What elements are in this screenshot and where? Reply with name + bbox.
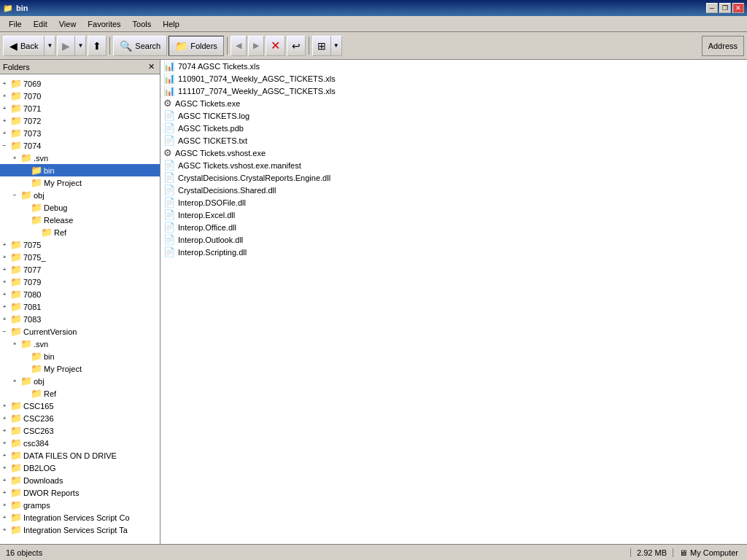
file-list[interactable]: 📊 7074 AGSC Tickets.xls 📊 110901_7074_We…	[160, 60, 747, 544]
file-item[interactable]: 📄 CrystalDecisions.CrystalReports.Engine…	[160, 171, 747, 184]
history-back-button[interactable]: ◀	[231, 36, 247, 56]
tree-item-myproject2[interactable]: 📁 My Project	[0, 362, 160, 375]
statusbar: 16 objects 2.92 MB 🖥 My Computer	[0, 544, 747, 560]
expand-icon: +	[0, 440, 9, 446]
restore-button[interactable]: ❐	[719, 3, 731, 13]
file-item[interactable]: 📄 AGSC TICKETS.txt	[160, 134, 747, 147]
folders-button[interactable]: 📁 Folders	[169, 36, 224, 56]
tree-item-db2log[interactable]: + 📁 DB2LOG	[0, 462, 160, 474]
tree-item-isst[interactable]: + 📁 Integration Services Script Ta	[0, 524, 160, 536]
tree-item-csc236[interactable]: + 📁 CSC236	[0, 412, 160, 424]
tree-item-ref1[interactable]: 📁 Ref	[0, 226, 160, 238]
tree-item-downloads[interactable]: + 📁 Downloads	[0, 474, 160, 486]
tree-item-7074[interactable]: − 📁 7074	[0, 139, 160, 152]
tree-item-csc165[interactable]: + 📁 CSC165	[0, 400, 160, 412]
folders-close-button[interactable]: ✕	[146, 61, 157, 72]
tree-item-label: csc384	[23, 439, 49, 448]
file-item[interactable]: 📄 Interop.Outlook.dll	[160, 233, 747, 246]
back-button[interactable]: ◀ Back	[3, 36, 44, 56]
file-item[interactable]: 📄 Interop.DSOFile.dll	[160, 196, 747, 209]
file-item[interactable]: 📄 Interop.Scripting.dll	[160, 246, 747, 258]
tree-item-issc[interactable]: + 📁 Integration Services Script Co	[0, 511, 160, 524]
file-item[interactable]: 📊 111107_7074_Weekly_AGSC_TICKETS.xls	[160, 85, 747, 97]
menu-help[interactable]: Help	[157, 18, 185, 30]
expand-icon: +	[0, 316, 9, 322]
tree-item-csc384[interactable]: + 📁 csc384	[0, 437, 160, 449]
folder-icon: 📁	[41, 227, 53, 238]
forward-dropdown-icon: ▼	[77, 42, 83, 49]
tree-item-ref2[interactable]: 📁 Ref	[0, 387, 160, 400]
tree-item-7083[interactable]: + 📁 7083	[0, 313, 160, 325]
search-button[interactable]: 🔍 Search	[113, 36, 167, 56]
file-item[interactable]: 📄 CrystalDecisions.Shared.dll	[160, 184, 747, 196]
file-item[interactable]: 📄 Interop.Office.dll	[160, 221, 747, 233]
forward-dropdown[interactable]: ▼	[75, 36, 86, 56]
tree-item-7069[interactable]: + 📁 7069	[0, 77, 160, 90]
menu-favorites[interactable]: Favorites	[82, 18, 126, 30]
tree-item-release1[interactable]: 📁 Release	[0, 214, 160, 226]
tree-item-bin1[interactable]: 📁 bin	[0, 164, 160, 176]
views-dropdown[interactable]: ▼	[331, 36, 342, 56]
up-button[interactable]: ⬆	[88, 36, 107, 56]
file-name: AGSC Tickets.exe	[175, 99, 240, 108]
tree-item-7079[interactable]: + 📁 7079	[0, 276, 160, 288]
delete-button[interactable]: ✕	[266, 36, 285, 56]
menu-tools[interactable]: Tools	[127, 18, 158, 30]
tree-item-7070[interactable]: + 📁 7070	[0, 90, 160, 102]
file-item[interactable]: 📄 AGSC TICKETS.log	[160, 109, 747, 122]
minimize-button[interactable]: ─	[706, 3, 718, 13]
tree-item-7077[interactable]: + 📁 7077	[0, 263, 160, 276]
menu-file[interactable]: File	[3, 18, 28, 30]
file-item[interactable]: ⚙ AGSC Tickets.vshost.exe	[160, 147, 747, 159]
tree-item-label: CurrentVersion	[23, 327, 77, 336]
forward-button[interactable]: ▶	[57, 36, 75, 56]
tree-item-7075[interactable]: + 📁 7075	[0, 238, 160, 251]
tree-item-svn1[interactable]: + 📁 .svn	[0, 152, 160, 164]
file-item[interactable]: 📊 7074 AGSC Tickets.xls	[160, 60, 747, 72]
tree-item-obj2[interactable]: + 📁 obj	[0, 375, 160, 387]
tree-item-7072[interactable]: + 📁 7072	[0, 114, 160, 127]
address-button[interactable]: Address	[702, 36, 744, 56]
file-item[interactable]: 📄 Interop.Excel.dll	[160, 209, 747, 221]
file-item[interactable]: 📄 AGSC Tickets.pdb	[160, 122, 747, 134]
expand-icon: +	[0, 93, 9, 99]
tree-item-bin2[interactable]: 📁 bin	[0, 350, 160, 362]
tree-item-7075_[interactable]: + 📁 7075_	[0, 251, 160, 263]
folder-icon: 📁	[10, 512, 22, 523]
menu-view[interactable]: View	[53, 18, 82, 30]
tree-item-currentversion[interactable]: − 📁 CurrentVersion	[0, 325, 160, 338]
undo-button[interactable]: ↩	[287, 36, 306, 56]
menu-edit[interactable]: Edit	[28, 18, 53, 30]
expand-icon: +	[0, 241, 9, 248]
tree-item-svn2[interactable]: + 📁 .svn	[0, 338, 160, 350]
history-forward-button[interactable]: ▶	[248, 36, 264, 56]
tree-item-7081[interactable]: + 📁 7081	[0, 300, 160, 313]
tree-item-label: Integration Services Script Co	[23, 513, 130, 522]
tree-item-debug1[interactable]: 📁 Debug	[0, 201, 160, 214]
views-button[interactable]: ⊞	[312, 36, 331, 56]
file-item[interactable]: 📄 AGSC Tickets.vshost.exe.manifest	[160, 159, 747, 171]
back-dropdown[interactable]: ▼	[44, 36, 55, 56]
tree-item-7071[interactable]: + 📁 7071	[0, 102, 160, 114]
views-button-group: ⊞ ▼	[312, 36, 342, 56]
tree-item-datafiles[interactable]: + 📁 DATA FILES ON D DRIVE	[0, 449, 160, 462]
tree-item-label: DATA FILES ON D DRIVE	[23, 451, 117, 460]
close-button[interactable]: ✕	[732, 3, 744, 13]
expand-icon: +	[0, 489, 9, 496]
tree-item-7073[interactable]: + 📁 7073	[0, 127, 160, 139]
tree-item-dworrepots[interactable]: + 📁 DWOR Reports	[0, 486, 160, 499]
tree-item-label: 7077	[23, 265, 41, 274]
folder-icon: 📁	[10, 524, 22, 535]
tree-item-obj1[interactable]: − 📁 obj	[0, 189, 160, 201]
file-item[interactable]: 📊 110901_7074_Weekly_AGSC_TICKETS.xls	[160, 72, 747, 85]
file-item[interactable]: ⚙ AGSC Tickets.exe	[160, 97, 747, 109]
tree-item-7080[interactable]: + 📁 7080	[0, 288, 160, 300]
folders-tree[interactable]: + 📁 7069 + 📁 7070 + 📁 7071 + 📁 7072 + 📁 …	[0, 74, 160, 544]
back-button-group: ◀ Back ▼	[3, 36, 55, 56]
tree-item-csc263[interactable]: + 📁 CSC263	[0, 424, 160, 437]
tree-item-myproject1[interactable]: 📁 My Project	[0, 176, 160, 189]
tree-item-gramps[interactable]: + 📁 gramps	[0, 499, 160, 511]
folder-icon: 📁	[10, 276, 22, 287]
expand-icon: +	[0, 502, 9, 508]
tree-item-label: 7081	[23, 303, 41, 311]
